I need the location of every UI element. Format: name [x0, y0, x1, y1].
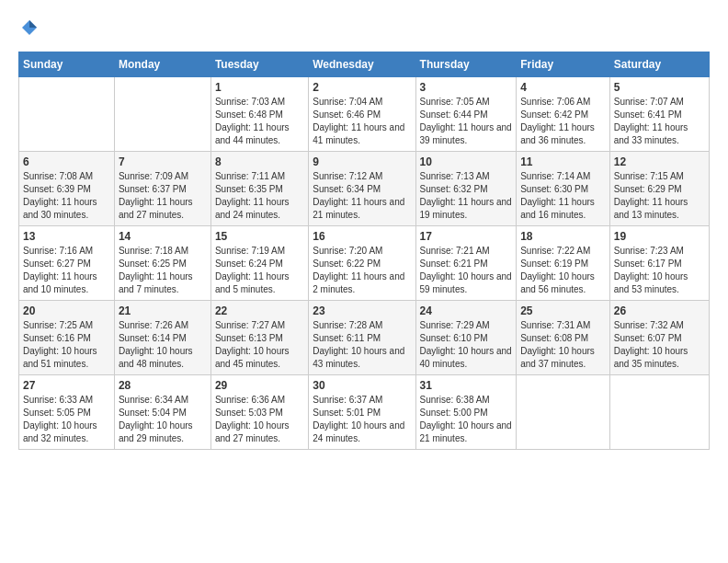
day-number: 4 [520, 81, 606, 94]
day-number: 9 [313, 155, 411, 168]
day-number: 19 [614, 230, 705, 243]
day-info: Sunrise: 7:04 AM Sunset: 6:46 PM Dayligh… [313, 96, 411, 147]
day-info: Sunrise: 6:36 AM Sunset: 5:03 PM Dayligh… [215, 394, 304, 445]
calendar-cell: 13Sunrise: 7:16 AM Sunset: 6:27 PM Dayli… [19, 226, 115, 301]
day-info: Sunrise: 6:34 AM Sunset: 5:04 PM Dayligh… [119, 394, 207, 445]
calendar-cell: 25Sunrise: 7:31 AM Sunset: 6:08 PM Dayli… [517, 301, 610, 375]
day-number: 16 [313, 230, 411, 243]
day-number: 26 [614, 304, 705, 317]
day-number: 22 [215, 304, 304, 317]
day-info: Sunrise: 7:21 AM Sunset: 6:21 PM Dayligh… [420, 245, 513, 296]
calendar-header-saturday: Saturday [609, 52, 709, 77]
day-number: 15 [215, 230, 304, 243]
day-info: Sunrise: 7:08 AM Sunset: 6:39 PM Dayligh… [23, 170, 110, 222]
day-info: Sunrise: 6:33 AM Sunset: 5:05 PM Dayligh… [23, 394, 110, 445]
calendar-header-sunday: Sunday [19, 52, 115, 77]
day-info: Sunrise: 7:31 AM Sunset: 6:08 PM Dayligh… [520, 319, 606, 371]
day-number: 7 [119, 155, 207, 168]
day-info: Sunrise: 7:03 AM Sunset: 6:48 PM Dayligh… [215, 96, 304, 147]
calendar-header-wednesday: Wednesday [309, 52, 415, 77]
calendar-cell: 16Sunrise: 7:20 AM Sunset: 6:22 PM Dayli… [309, 226, 415, 301]
day-number: 25 [520, 304, 606, 317]
calendar-cell: 12Sunrise: 7:15 AM Sunset: 6:29 PM Dayli… [609, 152, 709, 226]
calendar-week-row: 13Sunrise: 7:16 AM Sunset: 6:27 PM Dayli… [19, 226, 710, 301]
day-info: Sunrise: 7:25 AM Sunset: 6:16 PM Dayligh… [23, 319, 110, 371]
svg-marker-1 [29, 20, 37, 28]
calendar-week-row: 20Sunrise: 7:25 AM Sunset: 6:16 PM Dayli… [19, 301, 710, 375]
day-number: 31 [420, 379, 513, 392]
day-info: Sunrise: 7:22 AM Sunset: 6:19 PM Dayligh… [520, 245, 606, 296]
calendar-cell: 30Sunrise: 6:37 AM Sunset: 5:01 PM Dayli… [309, 375, 415, 450]
day-info: Sunrise: 7:13 AM Sunset: 6:32 PM Dayligh… [420, 170, 513, 222]
day-info: Sunrise: 7:09 AM Sunset: 6:37 PM Dayligh… [119, 170, 207, 222]
calendar-cell: 8Sunrise: 7:11 AM Sunset: 6:35 PM Daylig… [210, 152, 308, 226]
day-number: 29 [215, 379, 304, 392]
calendar-cell: 19Sunrise: 7:23 AM Sunset: 6:17 PM Dayli… [609, 226, 709, 301]
calendar-header-tuesday: Tuesday [210, 52, 308, 77]
calendar-cell: 1Sunrise: 7:03 AM Sunset: 6:48 PM Daylig… [210, 77, 308, 152]
calendar-cell: 14Sunrise: 7:18 AM Sunset: 6:25 PM Dayli… [114, 226, 210, 301]
logo-icon [20, 18, 39, 37]
calendar-cell: 23Sunrise: 7:28 AM Sunset: 6:11 PM Dayli… [309, 301, 415, 375]
day-number: 30 [313, 379, 411, 392]
day-number: 24 [420, 304, 513, 317]
day-number: 12 [614, 155, 705, 168]
day-info: Sunrise: 7:20 AM Sunset: 6:22 PM Dayligh… [313, 245, 411, 296]
day-info: Sunrise: 6:38 AM Sunset: 5:00 PM Dayligh… [420, 394, 513, 445]
calendar-cell: 2Sunrise: 7:04 AM Sunset: 6:46 PM Daylig… [309, 77, 415, 152]
calendar-cell [19, 77, 115, 152]
day-number: 1 [215, 81, 304, 94]
calendar-header-friday: Friday [517, 52, 610, 77]
day-info: Sunrise: 7:14 AM Sunset: 6:30 PM Dayligh… [520, 170, 606, 222]
day-number: 11 [520, 155, 606, 168]
day-number: 23 [313, 304, 411, 317]
day-info: Sunrise: 7:07 AM Sunset: 6:41 PM Dayligh… [614, 96, 705, 147]
calendar-cell: 27Sunrise: 6:33 AM Sunset: 5:05 PM Dayli… [19, 375, 115, 450]
day-number: 2 [313, 81, 411, 94]
calendar-body: 1Sunrise: 7:03 AM Sunset: 6:48 PM Daylig… [19, 77, 710, 450]
calendar-cell: 31Sunrise: 6:38 AM Sunset: 5:00 PM Dayli… [415, 375, 517, 450]
calendar-week-row: 1Sunrise: 7:03 AM Sunset: 6:48 PM Daylig… [19, 77, 710, 152]
calendar-cell: 17Sunrise: 7:21 AM Sunset: 6:21 PM Dayli… [415, 226, 517, 301]
calendar-cell: 7Sunrise: 7:09 AM Sunset: 6:37 PM Daylig… [114, 152, 210, 226]
day-info: Sunrise: 7:11 AM Sunset: 6:35 PM Dayligh… [215, 170, 304, 222]
day-number: 20 [23, 304, 110, 317]
calendar-cell: 10Sunrise: 7:13 AM Sunset: 6:32 PM Dayli… [415, 152, 517, 226]
day-info: Sunrise: 7:06 AM Sunset: 6:42 PM Dayligh… [520, 96, 606, 147]
calendar-cell [114, 77, 210, 152]
day-number: 6 [23, 155, 110, 168]
day-info: Sunrise: 7:27 AM Sunset: 6:13 PM Dayligh… [215, 319, 304, 371]
page-header [18, 18, 710, 37]
day-info: Sunrise: 7:19 AM Sunset: 6:24 PM Dayligh… [215, 245, 304, 296]
calendar-cell: 9Sunrise: 7:12 AM Sunset: 6:34 PM Daylig… [309, 152, 415, 226]
day-info: Sunrise: 7:16 AM Sunset: 6:27 PM Dayligh… [23, 245, 110, 296]
day-info: Sunrise: 7:23 AM Sunset: 6:17 PM Dayligh… [614, 245, 705, 296]
calendar-cell: 11Sunrise: 7:14 AM Sunset: 6:30 PM Dayli… [517, 152, 610, 226]
calendar-cell: 20Sunrise: 7:25 AM Sunset: 6:16 PM Dayli… [19, 301, 115, 375]
day-number: 17 [420, 230, 513, 243]
day-number: 8 [215, 155, 304, 168]
day-number: 10 [420, 155, 513, 168]
calendar-cell: 4Sunrise: 7:06 AM Sunset: 6:42 PM Daylig… [517, 77, 610, 152]
calendar-cell: 5Sunrise: 7:07 AM Sunset: 6:41 PM Daylig… [609, 77, 709, 152]
day-info: Sunrise: 7:12 AM Sunset: 6:34 PM Dayligh… [313, 170, 411, 222]
calendar-cell: 29Sunrise: 6:36 AM Sunset: 5:03 PM Dayli… [210, 375, 308, 450]
calendar-cell: 26Sunrise: 7:32 AM Sunset: 6:07 PM Dayli… [609, 301, 709, 375]
calendar-header-thursday: Thursday [415, 52, 517, 77]
calendar-cell: 18Sunrise: 7:22 AM Sunset: 6:19 PM Dayli… [517, 226, 610, 301]
day-info: Sunrise: 7:28 AM Sunset: 6:11 PM Dayligh… [313, 319, 411, 371]
calendar-cell: 24Sunrise: 7:29 AM Sunset: 6:10 PM Dayli… [415, 301, 517, 375]
day-number: 14 [119, 230, 207, 243]
calendar-header-monday: Monday [114, 52, 210, 77]
calendar-cell: 15Sunrise: 7:19 AM Sunset: 6:24 PM Dayli… [210, 226, 308, 301]
calendar-week-row: 6Sunrise: 7:08 AM Sunset: 6:39 PM Daylig… [19, 152, 710, 226]
logo [18, 18, 39, 37]
day-info: Sunrise: 7:26 AM Sunset: 6:14 PM Dayligh… [119, 319, 207, 371]
day-number: 3 [420, 81, 513, 94]
day-number: 28 [119, 379, 207, 392]
calendar-cell: 21Sunrise: 7:26 AM Sunset: 6:14 PM Dayli… [114, 301, 210, 375]
calendar-cell: 22Sunrise: 7:27 AM Sunset: 6:13 PM Dayli… [210, 301, 308, 375]
day-info: Sunrise: 7:29 AM Sunset: 6:10 PM Dayligh… [420, 319, 513, 371]
day-info: Sunrise: 7:18 AM Sunset: 6:25 PM Dayligh… [119, 245, 207, 296]
day-info: Sunrise: 7:32 AM Sunset: 6:07 PM Dayligh… [614, 319, 705, 371]
